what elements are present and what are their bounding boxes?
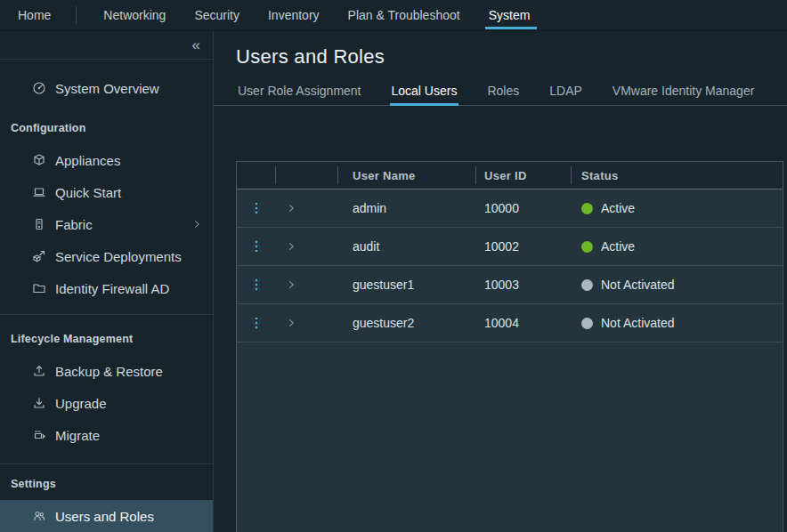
download-tray-icon <box>32 396 46 410</box>
tab-vmware-identity-manager[interactable]: VMware Identity Manager <box>611 80 757 106</box>
nav-item-inventory[interactable]: Inventory <box>268 0 320 31</box>
sidebar-section-lifecycle-management: Lifecycle Management <box>0 323 213 355</box>
status-dot <box>581 203 593 214</box>
sidebar-item-migrate[interactable]: Migrate <box>0 419 213 451</box>
cell-user-id: 10002 <box>475 228 571 265</box>
cell-user-id: 10004 <box>475 304 571 342</box>
laptop-icon <box>32 185 46 199</box>
cell-status: Not Activated <box>571 266 783 303</box>
row-expand-chevron-icon[interactable] <box>286 318 296 328</box>
sidebar-item-label: Migrate <box>55 428 100 443</box>
sidebar-item-users-and-roles[interactable]: Users and Roles <box>0 500 213 532</box>
cell-user-id: 10003 <box>475 266 571 303</box>
local-users-table: User Name User ID Status admin 10000 Act… <box>236 161 783 532</box>
table-row: guestuser1 10003 Not Activated <box>237 266 783 304</box>
table-row: admin 10000 Active <box>237 189 783 228</box>
row-expand-chevron-icon[interactable] <box>286 203 296 214</box>
header-menu-column <box>237 162 275 189</box>
nav-item-security[interactable]: Security <box>194 0 239 31</box>
tab-bar: User Role Assignment Local Users Roles L… <box>214 80 787 106</box>
sidebar-item-backup-restore[interactable]: Backup & Restore <box>0 355 213 387</box>
status-text: Not Activated <box>601 316 675 330</box>
tab-user-role-assignment[interactable]: User Role Assignment <box>236 80 363 106</box>
sidebar-item-label: Backup & Restore <box>55 364 163 379</box>
nav-item-home[interactable]: Home <box>18 0 51 31</box>
table-row: audit 10002 Active <box>237 228 783 266</box>
cell-user-id: 10000 <box>475 189 571 227</box>
tab-local-users[interactable]: Local Users <box>390 80 459 106</box>
cell-user-name: admin <box>337 189 475 227</box>
sidebar-section-configuration: Configuration <box>0 112 213 144</box>
main-content: Users and Roles User Role Assignment Loc… <box>214 31 787 532</box>
row-menu-icon[interactable] <box>250 316 263 330</box>
folder-icon <box>32 281 46 295</box>
nav-item-system[interactable]: System <box>489 0 531 31</box>
nav-item-plan-troubleshoot[interactable]: Plan & Troubleshoot <box>348 0 460 31</box>
sidebar-item-appliances[interactable]: Appliances <box>0 144 213 176</box>
header-status[interactable]: Status <box>571 162 783 189</box>
sidebar-item-label: Upgrade <box>55 396 107 411</box>
sidebar-item-label: Fabric <box>55 217 93 232</box>
status-text: Active <box>601 201 635 215</box>
top-nav: Home Networking Security Inventory Plan … <box>0 0 787 31</box>
tab-roles[interactable]: Roles <box>485 80 521 106</box>
gauge-icon <box>32 81 46 95</box>
header-user-name[interactable]: User Name <box>337 162 475 189</box>
row-expand-chevron-icon[interactable] <box>286 241 296 252</box>
status-dot <box>581 318 593 329</box>
cell-user-name: guestuser2 <box>337 304 475 342</box>
sidebar-item-label: Identity Firewall AD <box>55 281 169 296</box>
sidebar-nav: System Overview Configuration Appliances… <box>0 60 213 532</box>
header-expand-column <box>275 162 337 189</box>
sidebar-item-identity-firewall-ad[interactable]: Identity Firewall AD <box>0 272 213 304</box>
chevron-right-icon[interactable] <box>191 219 202 230</box>
sidebar-collapse-bar: « <box>0 31 213 60</box>
sidebar-item-fabric[interactable]: Fabric <box>0 208 213 240</box>
cell-status: Active <box>571 189 783 227</box>
sidebar-item-upgrade[interactable]: Upgrade <box>0 387 213 419</box>
deploy-cube-icon <box>32 249 46 263</box>
migrate-icon <box>32 428 46 442</box>
sidebar-item-label: Appliances <box>55 153 120 168</box>
row-menu-icon[interactable] <box>250 278 263 292</box>
cell-user-name: guestuser1 <box>337 266 475 303</box>
table-row: guestuser2 10004 Not Activated <box>237 304 783 343</box>
header-user-id[interactable]: User ID <box>475 162 571 189</box>
row-menu-icon[interactable] <box>250 201 263 215</box>
page-title: Users and Roles <box>236 45 787 69</box>
sidebar-divider <box>0 314 213 315</box>
sidebar-item-quick-start[interactable]: Quick Start <box>0 176 213 208</box>
status-text: Not Activated <box>601 278 675 292</box>
collapse-sidebar-icon[interactable]: « <box>192 37 200 52</box>
status-dot <box>581 279 593 291</box>
row-expand-chevron-icon[interactable] <box>286 279 296 290</box>
nav-item-networking[interactable]: Networking <box>103 0 166 31</box>
cell-status: Active <box>571 228 783 265</box>
sidebar-item-label: Service Deployments <box>55 249 182 264</box>
sidebar-item-label: System Overview <box>55 81 159 96</box>
sidebar-divider <box>0 463 213 464</box>
cell-status: Not Activated <box>571 304 783 342</box>
sidebar-item-service-deployments[interactable]: Service Deployments <box>0 240 213 272</box>
cube-icon <box>32 153 46 167</box>
status-text: Active <box>601 239 635 254</box>
server-icon <box>32 217 46 231</box>
sidebar-item-label: Users and Roles <box>55 509 154 524</box>
sidebar-item-system-overview[interactable]: System Overview <box>0 72 213 104</box>
upload-tray-icon <box>32 364 46 378</box>
sidebar: « System Overview Configuration Applianc… <box>0 31 214 532</box>
status-dot <box>581 241 593 253</box>
row-menu-icon[interactable] <box>250 239 263 254</box>
nav-divider <box>76 6 77 24</box>
cell-user-name: audit <box>337 228 475 265</box>
table-header: User Name User ID Status <box>237 162 783 189</box>
users-icon <box>32 509 46 523</box>
sidebar-section-settings: Settings <box>0 468 213 500</box>
tab-ldap[interactable]: LDAP <box>548 80 584 106</box>
sidebar-item-label: Quick Start <box>55 185 121 200</box>
